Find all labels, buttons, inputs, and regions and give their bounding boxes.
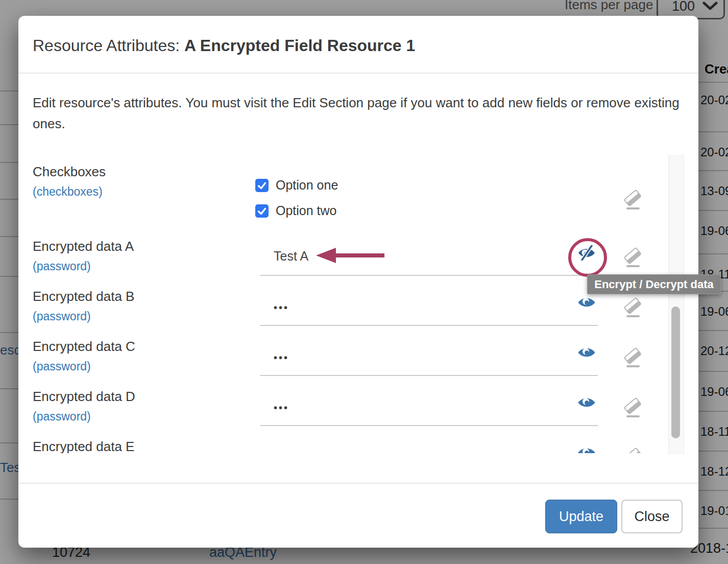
- encrypted-data-input[interactable]: •••: [260, 295, 598, 326]
- field-row-encrypted-e: Encrypted data E: [18, 439, 698, 453]
- modal-description: Edit resource's attributes. You must vis…: [33, 92, 686, 134]
- modal-title: Resource Attributes: A Encrypted Field R…: [33, 36, 415, 55]
- field-row-checkboxes: Checkboxes (checkboxes) Option one Optio…: [18, 164, 698, 225]
- footer-divider: [18, 483, 698, 484]
- encrypted-data-input[interactable]: •••: [260, 395, 598, 426]
- eraser-icon[interactable]: [623, 296, 643, 319]
- checkbox-option-two[interactable]: Option two: [255, 203, 337, 218]
- annotation-arrow-icon: [314, 246, 386, 267]
- field-label: Encrypted data E: [33, 439, 134, 453]
- encrypted-data-input[interactable]: •••: [260, 345, 598, 376]
- checkbox-checked-icon[interactable]: [255, 179, 269, 192]
- annotation-circle: [568, 238, 607, 277]
- field-label: Encrypted data C: [33, 339, 135, 355]
- field-type-link[interactable]: (password): [33, 360, 91, 373]
- input-value-masked: •••: [274, 302, 289, 314]
- eye-icon[interactable]: [577, 445, 596, 453]
- eye-icon[interactable]: [577, 295, 596, 311]
- input-value-masked: •••: [274, 352, 289, 364]
- modal-title-resource-name: A Encrypted Field Resource 1: [184, 36, 415, 55]
- fields-scroll-area: Checkboxes (checkboxes) Option one Optio…: [18, 156, 698, 453]
- field-type-link[interactable]: (checkboxes): [33, 185, 103, 199]
- field-label: Encrypted data D: [33, 389, 135, 405]
- modal-title-prefix: Resource Attributes:: [33, 36, 184, 55]
- eraser-icon[interactable]: [623, 396, 643, 419]
- field-type-link[interactable]: (password): [33, 260, 91, 273]
- input-value-masked: •••: [274, 402, 289, 414]
- field-label: Encrypted data B: [33, 289, 134, 304]
- eraser-icon[interactable]: [623, 189, 643, 211]
- header-divider: [18, 73, 698, 74]
- checkbox-label: Option one: [276, 178, 338, 193]
- eye-icon[interactable]: [577, 395, 596, 411]
- input-value: Test A: [274, 249, 308, 264]
- field-label: Checkboxes: [33, 164, 106, 180]
- close-button[interactable]: Close: [621, 500, 683, 533]
- scrollbar-thumb[interactable]: [671, 307, 680, 438]
- field-type-link[interactable]: (password): [33, 310, 91, 323]
- encrypt-decrypt-tooltip: Encrypt / Decrypt data: [587, 274, 721, 294]
- encrypted-data-input[interactable]: Test A: [260, 245, 598, 276]
- eraser-icon[interactable]: [623, 447, 643, 453]
- eraser-icon[interactable]: [623, 346, 643, 369]
- field-type-link[interactable]: (password): [33, 410, 91, 424]
- screen: Items per page 100 Crea 20-02 20-02 13-0…: [0, 0, 728, 564]
- checkbox-checked-icon[interactable]: [255, 204, 269, 218]
- update-button[interactable]: Update: [545, 500, 617, 533]
- eraser-icon[interactable]: [623, 246, 643, 269]
- eye-icon[interactable]: [577, 345, 596, 361]
- field-label: Encrypted data A: [33, 239, 134, 254]
- checkbox-label: Option two: [276, 203, 337, 218]
- checkbox-option-one[interactable]: Option one: [255, 178, 338, 193]
